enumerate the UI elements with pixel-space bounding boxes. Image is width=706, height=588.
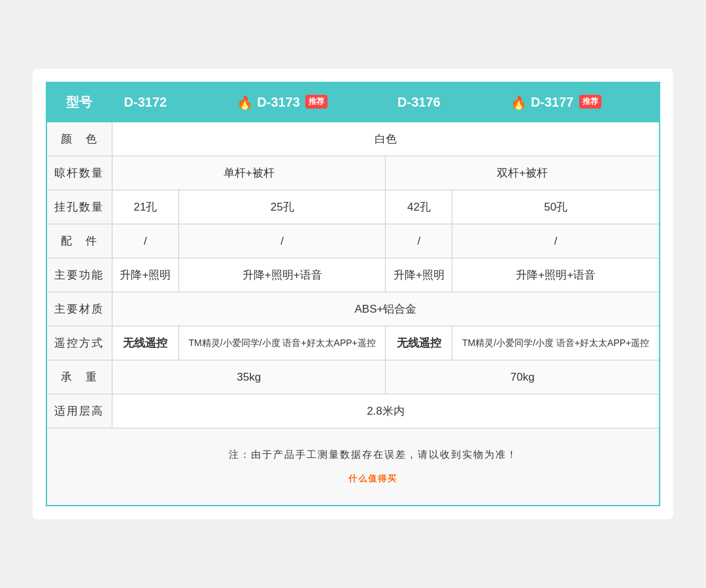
value-acc-d3176: / — [386, 224, 452, 258]
value-func-d3177: 升降+照明+语音 — [452, 258, 660, 292]
value-weight-70: 70kg — [386, 360, 660, 394]
recommend-badge-d3173: 推荐 — [305, 95, 328, 109]
label-functions: 主要功能 — [46, 258, 112, 292]
row-rod-count: 晾杆数量 单杆+被杆 双杆+被杆 — [46, 156, 660, 190]
label-holes: 挂孔数量 — [46, 190, 112, 224]
value-acc-d3177: / — [452, 224, 660, 258]
row-weight: 承 重 35kg 70kg — [46, 360, 660, 394]
comparison-table-container: 型号 D-3172 🔥 D-3173 推荐 D-3176 — [33, 69, 673, 519]
value-remote-d3173: TM精灵/小爱同学/小度 语音+好太太APP+遥控 — [178, 326, 386, 360]
row-height: 适用层高 2.8米内 — [46, 394, 660, 428]
row-material: 主要材质 ABS+铝合金 — [46, 292, 660, 326]
value-height: 2.8米内 — [112, 394, 660, 428]
site-logo: 什么值得买 — [348, 474, 397, 483]
note-text: 注：由于产品手工测量数据存在误差，请以收到实物为准！ — [229, 449, 518, 460]
comparison-table: 型号 D-3172 🔥 D-3173 推荐 D-3176 — [46, 82, 660, 506]
value-holes-d3177: 50孔 — [452, 190, 660, 224]
value-holes-d3172: 21孔 — [112, 190, 178, 224]
row-accessories: 配 件 / / / / — [46, 224, 660, 258]
value-func-d3173: 升降+照明+语音 — [178, 258, 386, 292]
value-remote-d3172: 无线遥控 — [112, 326, 178, 360]
value-rod-single: 单杆+被杆 — [112, 156, 386, 190]
value-holes-d3176: 42孔 — [386, 190, 452, 224]
row-functions: 主要功能 升降+照明 升降+照明+语音 升降+照明 升降+照明+语音 — [46, 258, 660, 292]
recommend-badge-d3177: 推荐 — [579, 95, 601, 109]
label-weight: 承 重 — [46, 360, 112, 394]
label-remote: 遥控方式 — [46, 326, 112, 360]
value-material: ABS+铝合金 — [112, 292, 660, 326]
header-d3173: 🔥 D-3173 推荐 — [178, 82, 386, 122]
label-material: 主要材质 — [46, 292, 112, 326]
header-model: 型号 — [46, 82, 112, 122]
row-remote: 遥控方式 无线遥控 TM精灵/小爱同学/小度 语音+好太太APP+遥控 无线遥控… — [46, 326, 660, 360]
row-holes: 挂孔数量 21孔 25孔 42孔 50孔 — [46, 190, 660, 224]
value-acc-d3172: / — [112, 224, 178, 258]
row-color: 颜 色 白色 — [46, 122, 660, 156]
label-height: 适用层高 — [46, 394, 112, 428]
value-acc-d3173: / — [178, 224, 386, 258]
value-remote-d3176: 无线遥控 — [386, 326, 452, 360]
label-accessories: 配 件 — [46, 224, 112, 258]
value-weight-35: 35kg — [112, 360, 386, 394]
value-color: 白色 — [112, 122, 660, 156]
value-remote-d3177: TM精灵/小爱同学/小度 语音+好太太APP+遥控 — [452, 326, 660, 360]
header-d3172: D-3172 — [112, 82, 178, 122]
row-note: 注：由于产品手工测量数据存在误差，请以收到实物为准！ 什么值得买 — [46, 428, 660, 506]
note-cell: 注：由于产品手工测量数据存在误差，请以收到实物为准！ 什么值得买 — [46, 428, 660, 506]
header-d3176: D-3176 — [386, 82, 452, 122]
flame-icon-d3177: 🔥 — [511, 95, 527, 111]
value-func-d3176: 升降+照明 — [386, 258, 452, 292]
value-func-d3172: 升降+照明 — [112, 258, 178, 292]
flame-icon-d3173: 🔥 — [237, 95, 253, 111]
value-rod-double: 双杆+被杆 — [386, 156, 660, 190]
value-holes-d3173: 25孔 — [178, 190, 386, 224]
label-color: 颜 色 — [46, 122, 112, 156]
header-d3177: 🔥 D-3177 推荐 — [452, 82, 660, 122]
label-rod-count: 晾杆数量 — [46, 156, 112, 190]
